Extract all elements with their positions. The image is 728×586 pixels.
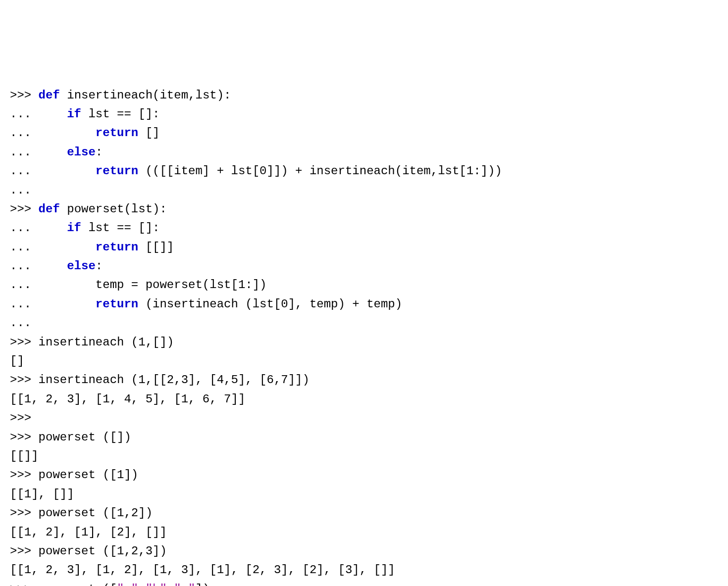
code-line: >>> insertineach (1,[[2,3], [4,5], [6,7]… [10, 371, 718, 390]
code-line: >>> powerset ([1,2]) [10, 504, 718, 523]
string-token: "b" [146, 583, 167, 586]
text-token: [[1, 2, 3], [1, 4, 5], [1, 6, 7]] [10, 392, 245, 406]
keyword-token: def [39, 89, 60, 102]
code-line: >>> insertineach (1,[]) [10, 333, 718, 352]
text-token: : [96, 146, 103, 159]
keyword-token: return [96, 241, 138, 254]
text-token: powerset(lst): [60, 202, 167, 216]
text-token: insertineach(item,lst): [60, 89, 231, 102]
text-token: >>> powerset ([]) [10, 431, 131, 444]
text-token: ... [10, 184, 31, 197]
text-token: ... [10, 316, 31, 330]
keyword-token: else [67, 146, 96, 159]
text-token: >>> powerset ([1,2,3]) [10, 544, 167, 558]
text-token: ... [10, 297, 96, 311]
text-token: [[]] [10, 449, 39, 463]
text-token: : [96, 259, 103, 273]
code-line: ... [10, 314, 718, 333]
text-token: [] [10, 354, 24, 368]
text-token: ... [10, 146, 67, 159]
code-line: [[1], []] [10, 485, 718, 504]
text-token: ... [10, 221, 67, 235]
text-token: , [138, 583, 145, 586]
keyword-token: return [96, 297, 138, 311]
code-line: >>> def insertineach(item,lst): [10, 86, 718, 105]
code-line: ... temp = powerset(lst[1:]) [10, 276, 718, 294]
code-line: ... else: [10, 257, 718, 276]
code-line: ... return (insertineach (lst[0], temp) … [10, 295, 718, 314]
python-repl-code-block: >>> def insertineach(item,lst):... if ls… [10, 86, 718, 586]
text-token: [[1, 2, 3], [1, 2], [1, 3], [1], [2, 3],… [10, 563, 395, 577]
keyword-token: return [96, 164, 138, 178]
code-line: [[]] [10, 447, 718, 466]
text-token: >>> insertineach (1,[]) [10, 336, 174, 349]
text-token: >>> [10, 411, 31, 425]
text-token: ... [10, 259, 67, 273]
code-line: >>> [10, 409, 718, 428]
code-line: ... return [] [10, 124, 718, 143]
keyword-token: return [96, 126, 138, 140]
code-line: >>> powerset ([]) [10, 428, 718, 447]
text-token: >>> powerset ([1,2]) [10, 506, 153, 520]
code-line: [[1, 2, 3], [1, 4, 5], [1, 6, 7]] [10, 390, 718, 409]
code-line: ... [10, 181, 718, 200]
text-token: ... [10, 164, 96, 178]
code-line: >>> powerset (["a","b","c"]) [10, 580, 718, 586]
text-token: [] [138, 126, 159, 140]
code-line: >>> def powerset(lst): [10, 200, 718, 219]
code-line: ... if lst == []: [10, 105, 718, 124]
code-line: [[1, 2, 3], [1, 2], [1, 3], [1], [2, 3],… [10, 561, 718, 580]
text-token: [[1], []] [10, 488, 74, 501]
string-token: "a" [117, 583, 138, 586]
code-line: [[1, 2], [1], [2], []] [10, 523, 718, 542]
text-token: (insertineach (lst[0], temp) + temp) [138, 297, 402, 311]
string-token: "c" [174, 583, 195, 586]
code-line: ... return (([[item] + lst[0]]) + insert… [10, 162, 718, 181]
text-token: [[]] [138, 241, 174, 254]
text-token: >>> [10, 202, 39, 216]
keyword-token: else [67, 259, 96, 273]
text-token: ... temp = powerset(lst[1:]) [10, 278, 266, 292]
text-token: ... [10, 126, 96, 140]
text-token: ]) [196, 583, 210, 586]
code-line: ... else: [10, 143, 718, 162]
code-line: ... if lst == []: [10, 219, 718, 238]
text-token: ... [10, 107, 67, 121]
code-line: ... return [[]] [10, 238, 718, 257]
text-token: lst == []: [81, 107, 159, 121]
code-line: >>> powerset ([1]) [10, 466, 718, 485]
keyword-token: def [39, 202, 60, 216]
text-token: >>> insertineach (1,[[2,3], [4,5], [6,7]… [10, 373, 310, 387]
code-line: >>> powerset ([1,2,3]) [10, 542, 718, 561]
text-token: >>> powerset ([1]) [10, 468, 138, 482]
text-token: (([[item] + lst[0]]) + insertineach(item… [138, 164, 502, 178]
text-token: [[1, 2], [1], [2], []] [10, 526, 167, 539]
text-token: ... [10, 241, 96, 254]
code-line: [] [10, 352, 718, 371]
text-token: >>> [10, 89, 39, 102]
text-token: , [167, 583, 174, 586]
keyword-token: if [67, 107, 81, 121]
text-token: lst == []: [81, 221, 159, 235]
keyword-token: if [67, 221, 81, 235]
text-token: >>> powerset ([ [10, 583, 117, 586]
